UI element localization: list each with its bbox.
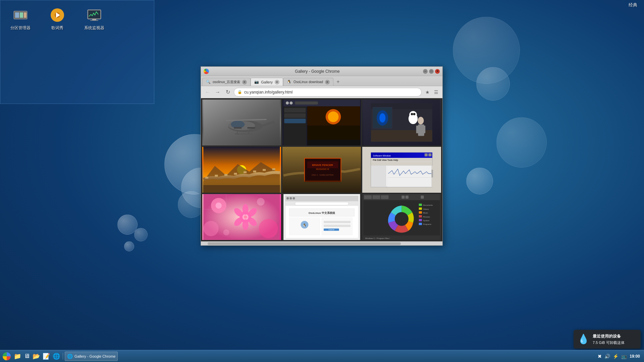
new-tab-button[interactable]: + xyxy=(334,78,342,86)
svg-point-99 xyxy=(259,219,278,238)
svg-text:Submit: Submit xyxy=(328,229,334,231)
gallery-thumb-greatwall[interactable] xyxy=(202,147,281,193)
svg-rect-9 xyxy=(90,20,98,21)
tab-baidu[interactable]: 🔍 osolinux_百度搜索 ✕ xyxy=(202,78,251,86)
svg-point-49 xyxy=(409,111,417,119)
tray-time: 19:00 xyxy=(630,354,640,359)
start-button[interactable] xyxy=(1,351,12,361)
svg-rect-134 xyxy=(419,207,422,210)
system-monitor-icon xyxy=(86,7,102,23)
tab-osolinux-favicon: 🐧 xyxy=(287,80,291,84)
svg-rect-127 xyxy=(381,195,389,199)
svg-point-101 xyxy=(223,229,229,235)
svg-rect-23 xyxy=(283,100,360,107)
gallery-thumb-screenshot[interactable] xyxy=(282,100,361,145)
desktop: 分区管理器 歌词秀 系统监视器 xyxy=(0,0,644,362)
gallery-thumb-game[interactable]: BRAVE FENCER MUSASHI III DISC 2 · GAME E… xyxy=(282,147,361,193)
tab-gallery[interactable]: 📷 Gallery ✕ xyxy=(251,78,283,86)
svg-text:Videos: Videos xyxy=(423,208,429,210)
svg-point-94 xyxy=(243,219,249,230)
taskbar-quick-browser[interactable]: 🌐 xyxy=(52,352,61,361)
svg-rect-86 xyxy=(432,170,433,178)
svg-text:🐧: 🐧 xyxy=(303,223,307,227)
bookmark-icon[interactable]: ★ xyxy=(424,88,431,96)
svg-rect-57 xyxy=(224,174,227,176)
gallery-thumb-helicopter[interactable] xyxy=(202,100,281,145)
svg-point-90 xyxy=(244,216,247,219)
desktop-icon-system-monitor[interactable]: 系统监视器 xyxy=(81,7,108,31)
tab-baidu-close[interactable]: ✕ xyxy=(242,80,247,84)
tab-bar: 🔍 osolinux_百度搜索 ✕ 📷 Gallery ✕ 🐧 OsoLinux… xyxy=(201,76,442,86)
tab-gallery-label: Gallery xyxy=(261,80,273,84)
bubble-decoration xyxy=(134,228,148,241)
svg-rect-106 xyxy=(285,196,358,201)
taskbar-quick-files[interactable]: 📁 xyxy=(13,352,22,361)
svg-rect-63 xyxy=(203,185,280,193)
taskbar-window-icon: 🌐 xyxy=(67,354,73,359)
svg-rect-109 xyxy=(292,197,295,199)
taskbar-quick-editor[interactable]: 📝 xyxy=(42,352,51,361)
tab-osolinux-close[interactable]: ✕ xyxy=(325,80,330,84)
nav-right-icons: ★ ☰ xyxy=(424,88,440,96)
svg-rect-119 xyxy=(324,221,351,223)
svg-rect-136 xyxy=(419,211,422,214)
browser-scrollbar[interactable] xyxy=(201,241,442,245)
partition-manager-label: 分区管理器 xyxy=(10,25,31,31)
address-bar[interactable]: 🔒 cu.yanqian.info/gallery.html xyxy=(234,88,422,97)
tab-osolinux-label: OsoLinux download xyxy=(293,80,323,84)
tray-display-icon[interactable]: 📺 xyxy=(621,354,627,359)
svg-text:OsoLinux 中文系统组: OsoLinux 中文系统组 xyxy=(308,211,335,215)
settings-icon[interactable]: ☰ xyxy=(432,88,440,96)
svg-rect-28 xyxy=(284,108,306,113)
svg-rect-62 xyxy=(272,168,275,170)
tab-baidu-favicon: 🔍 xyxy=(206,80,211,84)
quick-launch-icon: 📁 xyxy=(14,353,21,360)
window-controls: ─ □ ✕ xyxy=(423,69,440,74)
osolinux-page-image: OsoLinux 中文系统组 🐧 Submit xyxy=(282,194,361,240)
titlebar-right: ─ □ ✕ xyxy=(423,69,440,74)
svg-rect-108 xyxy=(289,197,292,199)
scrollbar-thumb xyxy=(208,242,401,245)
svg-rect-56 xyxy=(215,175,218,177)
back-button[interactable]: ← xyxy=(204,88,212,96)
music-player-icon xyxy=(49,7,65,23)
tray-volume-icon[interactable]: 🔊 xyxy=(604,354,610,359)
gallery-thumb-software[interactable]: Software Window File Edit View Tools Hel… xyxy=(362,147,441,193)
tray-close-icon[interactable]: ✖ xyxy=(598,354,602,359)
browser-title: Gallery - Google Chrome xyxy=(212,69,423,74)
tab-osolinux[interactable]: 🐧 OsoLinux download ✕ xyxy=(283,78,333,86)
forward-button[interactable]: → xyxy=(214,88,222,96)
flowers-image xyxy=(202,194,281,240)
bubble-decoration xyxy=(124,241,134,251)
tray-battery-icon[interactable]: ⚡ xyxy=(613,354,619,359)
close-button[interactable]: ✕ xyxy=(435,69,440,74)
gallery-thumb-flowers[interactable] xyxy=(202,194,281,240)
svg-rect-81 xyxy=(371,166,386,187)
gallery-thumb-osolinux[interactable]: OsoLinux 中文系统组 🐧 Submit xyxy=(282,194,361,240)
taskbar-quick-terminal[interactable]: 🖥 xyxy=(23,352,31,361)
tab-gallery-close[interactable]: ✕ xyxy=(275,80,279,84)
desktop-icon-music-player[interactable]: 歌词秀 xyxy=(44,7,71,31)
svg-text:Documents: Documents xyxy=(423,204,433,206)
svg-rect-76 xyxy=(425,153,428,156)
tab-gallery-favicon: 📷 xyxy=(254,80,259,84)
address-lock-icon: 🔒 xyxy=(237,90,242,94)
desktop-icon-partition-manager[interactable]: 分区管理器 xyxy=(7,7,34,31)
svg-rect-138 xyxy=(419,215,422,218)
taskbar-active-window[interactable]: 🌐 Gallery - Google Chrome xyxy=(65,352,118,361)
minimize-button[interactable]: ─ xyxy=(423,69,428,74)
taskbar-quick-folder[interactable]: 📂 xyxy=(32,352,41,361)
svg-rect-46 xyxy=(416,126,419,133)
notification-body: 7.5 GiB 可卸载这体 xyxy=(593,340,625,346)
gallery-thumb-room[interactable] xyxy=(362,100,441,145)
browser-titlebar[interactable]: Gallery - Google Chrome ─ □ ✕ xyxy=(201,67,442,76)
desktop-icons-area: 分区管理器 歌词秀 系统监视器 xyxy=(0,0,154,104)
gallery-thumb-diskanalyzer[interactable]: Documents Videos Music Pictures System P… xyxy=(362,194,441,240)
maximize-button[interactable]: □ xyxy=(429,69,434,74)
quick-browser-icon: 🌐 xyxy=(53,353,60,360)
svg-rect-59 xyxy=(244,171,247,173)
reload-button[interactable]: ↻ xyxy=(224,88,232,96)
taskbar-separator xyxy=(63,353,63,360)
svg-rect-1 xyxy=(15,12,19,18)
address-url: cu.yanqian.info/gallery.html xyxy=(244,90,293,95)
